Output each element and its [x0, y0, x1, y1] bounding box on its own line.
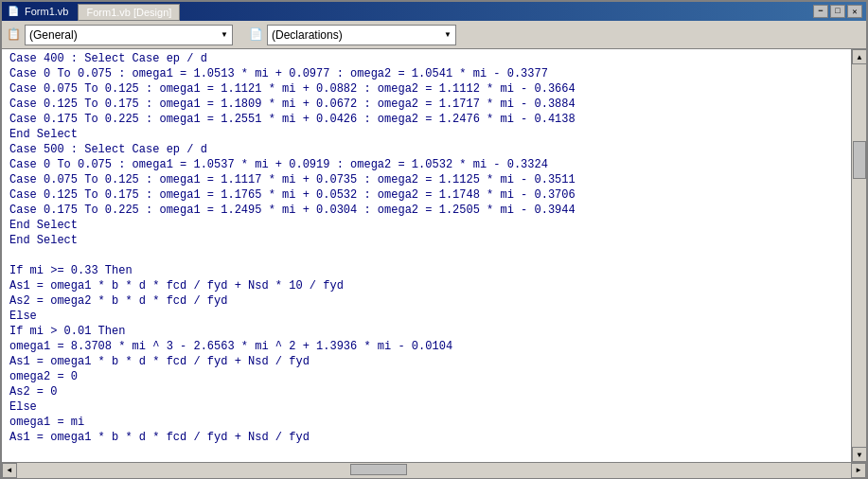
code-line: As1 = omega1 * b * d * fcd / fyd + Nsd /… — [9, 430, 843, 445]
code-line: As2 = 0 — [9, 384, 843, 399]
scroll-left-button[interactable]: ◄ — [2, 463, 17, 478]
code-line: omega1 = 8.3708 * mi ^ 3 - 2.6563 * mi ^… — [9, 339, 843, 354]
code-line: End Select — [9, 127, 843, 142]
code-line: As2 = omega2 * b * d * fcd / fyd — [9, 293, 843, 309]
general-dropdown-arrow: ▼ — [221, 30, 228, 39]
title-bar: 📄 Form1.vb Form1.vb [Design] − □ ✕ — [2, 2, 866, 21]
general-icon: 📋 — [6, 27, 21, 43]
code-line: As1 = omega1 * b * d * fcd / fyd + Nsd /… — [9, 354, 843, 369]
restore-button[interactable]: □ — [830, 5, 845, 18]
h-scroll-track[interactable] — [17, 463, 851, 478]
title-bar-buttons: − □ ✕ — [813, 5, 862, 18]
code-line: Case 0.125 To 0.175 : omega1 = 1.1809 * … — [9, 97, 843, 112]
code-line: End Select — [9, 218, 843, 233]
code-line — [9, 248, 843, 263]
general-dropdown[interactable]: (General) ▼ — [25, 25, 233, 45]
code-line: Case 0.075 To 0.125 : omega1 = 1.1117 * … — [9, 172, 843, 187]
code-line: If mi >= 0.33 Then — [9, 263, 843, 278]
code-line: omega2 = 0 — [9, 369, 843, 384]
scroll-right-button[interactable]: ► — [851, 463, 866, 478]
code-line: If mi > 0.01 Then — [9, 324, 843, 339]
code-line: As1 = omega1 * b * d * fcd / fyd + Nsd *… — [9, 278, 843, 293]
h-scroll-thumb[interactable] — [350, 464, 407, 475]
close-button[interactable]: ✕ — [847, 5, 862, 18]
main-window: 📄 Form1.vb Form1.vb [Design] − □ ✕ 📋 (Ge… — [0, 0, 868, 479]
declarations-dropdown[interactable]: (Declarations) ▼ — [267, 25, 456, 45]
code-line: Case 0 To 0.075 : omega1 = 1.0513 * mi +… — [9, 66, 843, 81]
general-label: (General) — [29, 28, 78, 42]
toolbar: 📋 (General) ▼ 📄 (Declarations) ▼ — [2, 21, 866, 49]
code-line: Case 0 To 0.075 : omega1 = 1.0537 * mi +… — [9, 157, 843, 172]
code-line: Case 400 : Select Case ep / d — [9, 51, 843, 66]
title-tab-2[interactable]: Form1.vb [Design] — [78, 4, 180, 21]
code-editor[interactable]: Case 400 : Select Case ep / d Case 0 To … — [2, 49, 851, 462]
code-line: Case 500 : Select Case ep / d — [9, 142, 843, 157]
declarations-dropdown-arrow: ▼ — [444, 30, 452, 39]
form-icon: 📄 — [6, 4, 21, 19]
code-line: Case 0.175 To 0.225 : omega1 = 1.2551 * … — [9, 112, 843, 127]
code-line: omega1 = mi — [9, 415, 843, 430]
declarations-icon: 📄 — [248, 27, 263, 43]
title-tab-1[interactable]: Form1.vb — [25, 6, 68, 17]
code-line: Else — [9, 309, 843, 324]
declarations-label: (Declarations) — [272, 28, 343, 42]
code-line: Case 0.075 To 0.125 : omega1 = 1.1121 * … — [9, 81, 843, 97]
scroll-thumb[interactable] — [853, 141, 866, 179]
minimize-button[interactable]: − — [813, 5, 828, 18]
scroll-up-button[interactable]: ▲ — [852, 49, 866, 64]
code-line: Case 0.125 To 0.175 : omega1 = 1.1765 * … — [9, 187, 843, 203]
code-line: End Select — [9, 233, 843, 248]
horizontal-scrollbar[interactable]: ◄ ► — [2, 462, 866, 477]
scroll-down-button[interactable]: ▼ — [852, 447, 866, 462]
code-line: Case 0.175 To 0.225 : omega1 = 1.2495 * … — [9, 203, 843, 218]
code-line: Else — [9, 399, 843, 415]
title-bar-left: 📄 Form1.vb Form1.vb [Design] — [6, 2, 182, 21]
code-area: Case 400 : Select Case ep / d Case 0 To … — [2, 49, 866, 462]
vertical-scrollbar[interactable]: ▲ ▼ — [851, 49, 866, 462]
scroll-track[interactable] — [852, 64, 866, 447]
